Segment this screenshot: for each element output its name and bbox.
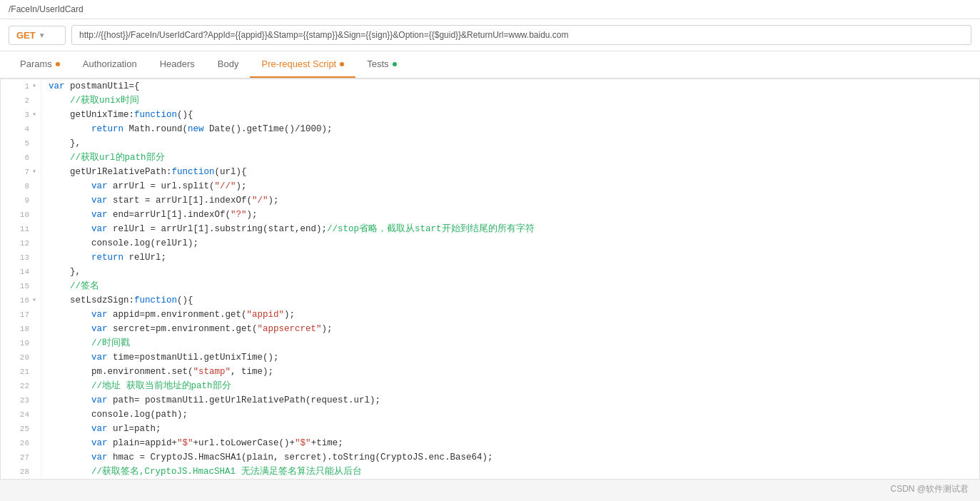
table-row: 25 var url=path; [1, 422, 979, 436]
table-row: 9 var start = arrUrl[1].indexOf("/"); [1, 193, 979, 208]
line-number: 21 [14, 365, 29, 379]
tab-label-headers: Headers [160, 59, 195, 69]
table-row: 17 var appid=pm.environment.get("appid")… [1, 308, 979, 322]
tab-label-tests: Tests [367, 59, 388, 69]
table-row: 29 var host=pm.environment.get("host"); [1, 479, 979, 480]
line-number: 13 [14, 250, 29, 265]
table-row: 2 //获取unix时间 [1, 93, 979, 108]
line-number: 24 [14, 408, 29, 422]
line-number: 25 [14, 422, 29, 436]
fold-icon[interactable]: ▾ [31, 108, 38, 122]
line-content: var appid=pm.environment.get("appid"); [41, 308, 979, 322]
table-row: 13 return relUrl; [1, 250, 979, 265]
fold-icon[interactable]: ▾ [31, 79, 38, 93]
breadcrumb: /FaceIn/UserIdCard [9, 4, 84, 14]
line-number: 9 [14, 193, 29, 208]
line-content: console.log(path); [41, 408, 979, 422]
line-content: getUrlRelativePath:function(url){ [41, 165, 979, 179]
line-number: 5 [14, 136, 29, 151]
table-row: 26 var plain=appid+"$"+url.toLowerCase()… [1, 436, 979, 450]
table-row: 8 var arrUrl = url.split("//"); [1, 179, 979, 193]
table-row: 5 }, [1, 136, 979, 151]
line-content: //获取unix时间 [41, 93, 979, 108]
line-number: 26 [14, 436, 29, 450]
tab-pre-request-script[interactable]: Pre-request Script [250, 51, 355, 78]
line-content: //地址 获取当前地址的path部分 [41, 379, 979, 393]
url-input[interactable] [71, 25, 971, 45]
table-row: 21 pm.environment.set("stamp", time); [1, 365, 979, 379]
request-bar: GET ▼ [0, 19, 980, 51]
line-content: }, [41, 136, 979, 151]
tab-authorization[interactable]: Authorization [71, 51, 148, 78]
tab-label-body: Body [218, 59, 239, 69]
table-row: 6 //获取url的path部分 [1, 151, 979, 165]
code-editor: 1▾var postmanUtil={ 2 //获取unix时间 3▾ getU… [0, 79, 980, 480]
tab-label-pre-request-script: Pre-request Script [261, 59, 336, 69]
table-row: 11 var relUrl = arrUrl[1].substring(star… [1, 222, 979, 236]
top-bar: /FaceIn/UserIdCard [0, 0, 980, 19]
line-number: 8 [14, 179, 29, 193]
table-row: 16▾ setLsdzSign:function(){ [1, 293, 979, 308]
line-content: }, [41, 265, 979, 279]
line-content: //获取url的path部分 [41, 151, 979, 165]
line-content: var path= postmanUtil.getUrlRelativePath… [41, 393, 979, 408]
table-row: 20 var time=postmanUtil.getUnixTime(); [1, 350, 979, 365]
line-number: 15 [14, 279, 29, 293]
line-number: 29 [14, 479, 29, 480]
line-content: pm.environment.set("stamp", time); [41, 365, 979, 379]
table-row: 12 console.log(relUrl); [1, 236, 979, 250]
line-content: var sercret=pm.environment.get("appsercr… [41, 322, 979, 336]
line-content: var time=postmanUtil.getUnixTime(); [41, 350, 979, 365]
line-content: var postmanUtil={ [41, 79, 979, 93]
line-number: 3 [14, 108, 29, 122]
line-number: 7 [14, 165, 29, 179]
line-number: 18 [14, 322, 29, 336]
table-row: 4 return Math.round(new Date().getTime()… [1, 122, 979, 136]
table-row: 1▾var postmanUtil={ [1, 79, 979, 93]
line-content: //签名 [41, 279, 979, 293]
table-row: 18 var sercret=pm.environment.get("appse… [1, 322, 979, 336]
tab-params[interactable]: Params [9, 51, 71, 78]
line-content: var url=path; [41, 422, 979, 436]
tab-headers[interactable]: Headers [148, 51, 206, 78]
tabs-bar: ParamsAuthorizationHeadersBodyPre-reques… [0, 51, 980, 79]
table-row: 15 //签名 [1, 279, 979, 293]
line-number: 11 [14, 222, 29, 236]
method-select[interactable]: GET ▼ [9, 26, 66, 45]
table-row: 28 //获取签名,CryptoJS.HmacSHA1 无法满足签名算法只能从后… [1, 465, 979, 479]
line-number: 22 [14, 379, 29, 393]
line-content: getUnixTime:function(){ [41, 108, 979, 122]
line-content: return relUrl; [41, 250, 979, 265]
line-number: 20 [14, 350, 29, 365]
table-row: 19 //时间戳 [1, 336, 979, 350]
line-number: 6 [14, 151, 29, 165]
line-content: var start = arrUrl[1].indexOf("/"); [41, 193, 979, 208]
line-number: 14 [14, 265, 29, 279]
fold-icon[interactable]: ▾ [31, 165, 38, 179]
line-number: 23 [14, 393, 29, 408]
line-content: var relUrl = arrUrl[1].substring(start,e… [41, 222, 979, 236]
line-content: setLsdzSign:function(){ [41, 293, 979, 308]
line-number: 4 [14, 122, 29, 136]
fold-icon[interactable]: ▾ [31, 293, 38, 308]
line-number: 10 [14, 208, 29, 222]
tab-tests[interactable]: Tests [355, 51, 408, 78]
line-number: 12 [14, 236, 29, 250]
table-row: 27 var hmac = CryptoJS.HmacSHA1(plain, s… [1, 450, 979, 465]
line-number: 2 [14, 93, 29, 108]
table-row: 3▾ getUnixTime:function(){ [1, 108, 979, 122]
line-content: var plain=appid+"$"+url.toLowerCase()+"$… [41, 436, 979, 450]
line-content: var end=arrUrl[1].indexOf("?"); [41, 208, 979, 222]
line-number: 27 [14, 450, 29, 465]
line-number: 1 [14, 79, 29, 93]
table-row: 23 var path= postmanUtil.getUrlRelativeP… [1, 393, 979, 408]
line-number: 17 [14, 308, 29, 322]
tab-body[interactable]: Body [206, 51, 251, 78]
method-label: GET [16, 30, 36, 41]
line-number: 19 [14, 336, 29, 350]
tab-dot-params [56, 62, 60, 66]
line-content: //时间戳 [41, 336, 979, 350]
method-chevron-icon: ▼ [39, 31, 46, 39]
line-content: var hmac = CryptoJS.HmacSHA1(plain, serc… [41, 450, 979, 465]
line-content: //获取签名,CryptoJS.HmacSHA1 无法满足签名算法只能从后台 [41, 465, 979, 479]
